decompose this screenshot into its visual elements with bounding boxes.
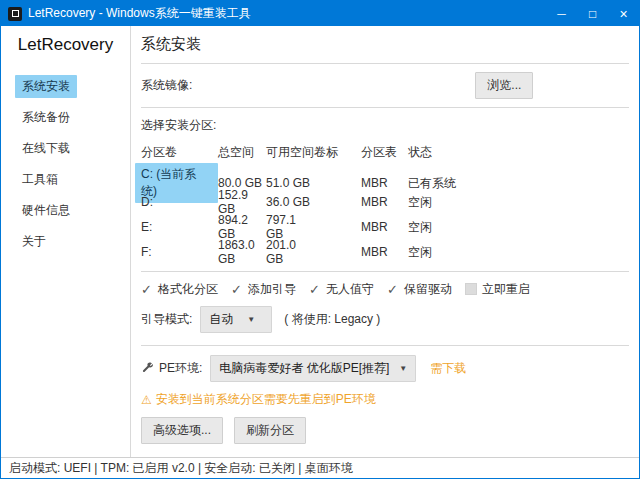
app-icon	[8, 7, 22, 21]
titlebar: LetRecovery - Windows系统一键重装工具 ─ □ ×	[1, 1, 639, 26]
system-image-row: 系统镜像: 浏览...	[141, 64, 629, 107]
partition-row-f[interactable]: F: 1863.0 GB 201.0 GB MBR 空闲	[141, 238, 629, 263]
pe-environment-label: PE环境:	[159, 360, 202, 377]
pe-environment-row: PE环境: 电脑病毒爱好者 优化版PE[推荐] ▼ 需下载	[141, 355, 629, 382]
partition-row-d[interactable]: D: 152.9 GB 36.0 GB MBR 空闲	[141, 188, 629, 213]
boot-mode-label: 引导模式:	[141, 311, 192, 328]
partition-total: 1863.0 GB	[218, 238, 266, 266]
window-title: LetRecovery - Windows系统一键重装工具	[28, 5, 251, 22]
partition-table-type: MBR	[361, 176, 408, 190]
partition-volume[interactable]: F:	[135, 242, 158, 262]
install-options-row: 格式化分区 添加引导 无人值守 保留驱动 立即重启	[141, 281, 629, 297]
col-label: 卷标	[314, 144, 361, 161]
warning-icon: ⚠	[141, 393, 152, 407]
advanced-options-button[interactable]: 高级选项...	[141, 417, 223, 444]
close-button[interactable]: ×	[608, 1, 639, 26]
boot-mode-row: 引导模式: 自动 ▼ ( 将使用: Legacy )	[141, 306, 629, 333]
col-free: 可用空间	[266, 144, 314, 161]
partition-free: 36.0 GB	[266, 195, 314, 209]
partition-table-type: MBR	[361, 220, 408, 234]
checkbox-add-boot[interactable]: 添加引导	[231, 281, 296, 298]
minimize-button[interactable]: ─	[546, 1, 577, 26]
browse-button[interactable]: 浏览...	[475, 72, 533, 99]
partition-status: 空闲	[408, 244, 629, 261]
partition-table-type: MBR	[361, 195, 408, 209]
partition-total: 152.9 GB	[218, 188, 266, 216]
partition-row-e[interactable]: E: 894.2 GB 797.1 GB MBR 空闲	[141, 213, 629, 238]
sidebar-nav: 系统安装 系统备份 在线下载 工具箱 硬件信息 关于	[1, 75, 130, 261]
pe-warning: ⚠ 安装到当前系统分区需要先重启到PE环境	[141, 391, 629, 408]
need-download-hint: 需下载	[430, 360, 466, 377]
pe-environment-select[interactable]: 电脑病毒爱好者 优化版PE[推荐] ▼	[210, 355, 416, 382]
partition-free: 797.1 GB	[266, 213, 314, 241]
refresh-partitions-button[interactable]: 刷新分区	[234, 417, 306, 444]
checkbox-keep-drivers[interactable]: 保留驱动	[387, 281, 452, 298]
checkbox-format-partition[interactable]: 格式化分区	[141, 281, 218, 298]
checkbox-icon	[231, 283, 243, 295]
status-bar: 启动模式: UEFI | TPM: 已启用 v2.0 | 安全启动: 已关闭 |…	[1, 457, 639, 478]
partition-total: 894.2 GB	[218, 213, 266, 241]
partition-status: 已有系统	[408, 175, 629, 192]
window-controls: ─ □ ×	[546, 1, 639, 26]
partition-status: 空闲	[408, 219, 629, 236]
partition-free: 201.0 GB	[266, 238, 314, 266]
action-buttons-row: 高级选项... 刷新分区	[141, 417, 629, 444]
partition-volume[interactable]: E:	[135, 217, 158, 237]
sidebar-item-hardware-info[interactable]: 硬件信息	[15, 199, 77, 222]
boot-mode-hint: ( 将使用: Legacy )	[284, 311, 380, 328]
chevron-down-icon: ▼	[247, 315, 255, 324]
col-volume: 分区卷	[141, 144, 218, 161]
partition-section-label: 选择安装分区:	[141, 117, 629, 134]
sidebar: LetRecovery 系统安装 系统备份 在线下载 工具箱 硬件信息 关于	[1, 26, 131, 457]
checkbox-restart-now[interactable]: 立即重启	[465, 281, 530, 298]
checkbox-icon	[141, 283, 153, 295]
boot-mode-select[interactable]: 自动 ▼	[200, 306, 272, 333]
separator	[141, 107, 629, 108]
brand-title: LetRecovery	[1, 35, 130, 55]
system-image-label: 系统镜像:	[141, 77, 192, 94]
separator	[141, 345, 629, 346]
app-window: LetRecovery - Windows系统一键重装工具 ─ □ × LetR…	[0, 0, 640, 479]
sidebar-item-about[interactable]: 关于	[15, 230, 53, 253]
pe-warning-text: 安装到当前系统分区需要先重启到PE环境	[156, 391, 376, 408]
checkbox-icon	[465, 283, 477, 295]
col-table: 分区表	[361, 144, 408, 161]
col-status: 状态	[408, 144, 629, 161]
checkbox-unattended[interactable]: 无人值守	[309, 281, 374, 298]
partition-table-type: MBR	[361, 245, 408, 259]
sidebar-item-system-backup[interactable]: 系统备份	[15, 106, 77, 129]
checkbox-icon	[387, 283, 399, 295]
chevron-down-icon: ▼	[399, 364, 407, 373]
partition-volume[interactable]: D:	[135, 192, 159, 212]
separator	[141, 271, 629, 272]
partition-status: 空闲	[408, 194, 629, 211]
main-panel: 系统安装 系统镜像: 浏览... 选择安装分区: 分区卷 总空间 可用空间 卷标…	[131, 26, 639, 457]
partition-row-c[interactable]: C: (当前系统) 80.0 GB 51.0 GB MBR 已有系统	[141, 163, 629, 188]
partition-free: 51.0 GB	[266, 176, 314, 190]
maximize-button[interactable]: □	[577, 1, 608, 26]
sidebar-item-online-download[interactable]: 在线下载	[15, 137, 77, 160]
sidebar-item-system-install[interactable]: 系统安装	[15, 75, 77, 98]
wrench-icon	[141, 362, 154, 375]
partition-table-header: 分区卷 总空间 可用空间 卷标 分区表 状态	[141, 141, 629, 163]
checkbox-icon	[309, 283, 321, 295]
page-title: 系统安装	[141, 35, 629, 54]
col-total: 总空间	[218, 144, 266, 161]
sidebar-item-toolbox[interactable]: 工具箱	[15, 168, 65, 191]
status-text: 启动模式: UEFI | TPM: 已启用 v2.0 | 安全启动: 已关闭 |…	[9, 460, 353, 477]
